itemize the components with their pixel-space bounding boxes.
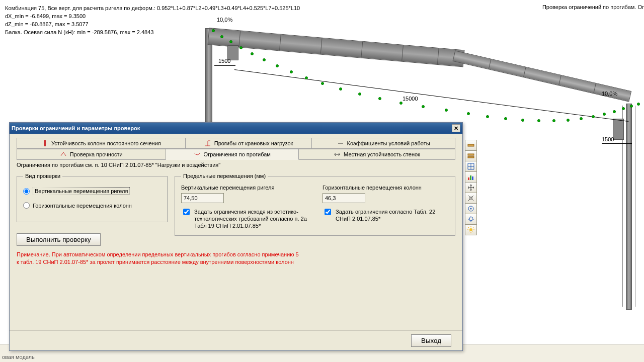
radio-vertical[interactable]: Вертикальные перемещения ригеля: [23, 187, 161, 195]
dialog-footer: Выход: [10, 330, 462, 350]
tab-crane-deflections[interactable]: Прогибы от крановых нагрузок: [185, 138, 312, 149]
close-icon[interactable]: ✕: [452, 124, 460, 132]
limit-v-label: Вертикальные перемещения ригеля: [181, 184, 307, 191]
note-red-line1: Примечание. При автоматическом определен…: [17, 251, 455, 258]
viewport-toolbar: [465, 140, 477, 235]
tab-label: Местная устойчивость стенок: [344, 151, 420, 157]
tool-move-icon[interactable]: [465, 182, 477, 193]
radio-label: Горизонтальные перемещения колонн: [33, 203, 132, 209]
svg-rect-5: [472, 176, 473, 180]
limit-h-field[interactable]: [323, 193, 365, 203]
tab-label: Коэффициенты условий работы: [347, 140, 430, 146]
group-limits-legend: Предельные перемещения (мм): [181, 173, 268, 179]
coef-icon: [337, 140, 344, 147]
tab-label: Проверка прочности: [70, 151, 123, 157]
svg-point-8: [470, 208, 472, 210]
dim-vert-right: [602, 143, 632, 144]
exit-button[interactable]: Выход: [411, 334, 451, 347]
column-icon: [41, 140, 48, 147]
checkbox-label: Задать ограничения согласно Табл. 22 СНи…: [336, 208, 449, 222]
svg-rect-2: [468, 156, 474, 158]
tab-local-stability[interactable]: Местная устойчивость стенок: [298, 149, 455, 160]
header-line-1: Комбинация 75, Все верт. для расчета риг…: [5, 4, 300, 12]
group-check-mode: Вид проверки Вертикальные перемещения ри…: [17, 173, 168, 222]
header-line-2: dX_min = -6.8499, max = 9.3500: [5, 12, 300, 20]
checkbox-h-auto[interactable]: Задать ограничения согласно Табл. 22 СНи…: [323, 208, 449, 222]
dialog-titlebar[interactable]: Проверки ограничений и параметры проверо…: [10, 123, 462, 134]
dialog-title: Проверки ограничений и параметры проверо…: [12, 125, 140, 131]
dialog-checks: Проверки ограничений и параметры проверо…: [9, 122, 463, 351]
radio-label: Вертикальные перемещения ригеля: [33, 187, 130, 195]
svg-rect-11: [44, 140, 46, 146]
svg-point-9: [469, 218, 472, 221]
tool-gear-icon[interactable]: [465, 214, 477, 225]
dim-1500-left: 1500: [218, 58, 230, 64]
header-line-4: Балка. Осевая сила N (кН): min = -289.58…: [5, 28, 300, 36]
tool-beam2-icon[interactable]: [465, 150, 477, 161]
tab-label: Ограничения по прогибам: [204, 151, 271, 157]
svg-rect-6: [470, 197, 472, 199]
group-limits: Предельные перемещения (мм) Вертикальные…: [175, 173, 455, 236]
status-text: овая модель: [2, 354, 35, 360]
tab-column-stability[interactable]: Устойчивость колонн постоянного сечения: [17, 138, 186, 149]
dim-vert-left: [214, 65, 235, 66]
column-right-flange: [622, 106, 635, 307]
header-right: Проверка ограничений по прогибам. Ог: [542, 4, 644, 10]
tool-sun-icon[interactable]: [465, 224, 477, 235]
checkbox-label: Задать ограничения исходя из эстетико-те…: [194, 208, 307, 229]
reference-note: Ограничения по прогибам см. п. 10 СНиП 2…: [17, 162, 455, 168]
header-info: Комбинация 75, Все верт. для расчета риг…: [5, 4, 300, 36]
run-check-button[interactable]: Выполнить проверку: [17, 233, 101, 246]
checkbox-h-input[interactable]: [325, 209, 331, 215]
header-line-3: dZ_min = -60.8867, max = 3.5077: [5, 20, 300, 28]
note-red: Примечание. При автоматическом определен…: [17, 251, 455, 266]
deflection-icon: [194, 151, 201, 158]
plate-icon: [334, 151, 341, 158]
tool-target-icon[interactable]: [465, 203, 477, 214]
tab-work-coefficients[interactable]: Коэффициенты условий работы: [311, 138, 455, 149]
tab-label: Прогибы от крановых нагрузок: [214, 140, 293, 146]
dim-1500-right: 1500: [602, 136, 614, 142]
pct-right: 10,0%: [602, 90, 617, 97]
tool-beam-icon[interactable]: [465, 140, 477, 151]
radio-horizontal[interactable]: Горизонтальные перемещения колонн: [23, 202, 161, 209]
svg-rect-0: [468, 144, 474, 146]
radio-vertical-input[interactable]: [23, 188, 30, 195]
checkbox-v-auto[interactable]: Задать ограничения исходя из эстетико-те…: [181, 208, 307, 229]
radio-horizontal-input[interactable]: [23, 202, 30, 209]
bracket-right: [613, 119, 624, 140]
tool-expand-icon[interactable]: [465, 193, 477, 204]
tab-label: Устойчивость колонн постоянного сечения: [51, 140, 161, 146]
dim-span: 15000: [403, 96, 418, 102]
tool-chart-icon[interactable]: [465, 171, 477, 183]
svg-rect-4: [470, 175, 471, 180]
crane-icon: [204, 140, 211, 147]
dialog-tabs: Устойчивость колонн постоянного сечения …: [10, 134, 462, 160]
svg-rect-1: [468, 154, 474, 155]
strength-icon: [60, 151, 67, 158]
limit-h-label: Горизонтальные перемещения колонн: [323, 184, 449, 191]
svg-point-10: [469, 228, 472, 231]
tool-grid-icon[interactable]: [465, 161, 477, 172]
note-red-line2: к табл. 19 СНиП 2.01.07-85* за пролет пр…: [17, 258, 455, 266]
tab-strength-check[interactable]: Проверка прочности: [17, 149, 166, 160]
checkbox-v-input[interactable]: [183, 209, 190, 215]
limit-v-field[interactable]: [181, 193, 224, 203]
tab-deflection-limits[interactable]: Ограничения по прогибам: [166, 149, 299, 160]
group-check-mode-legend: Вид проверки: [23, 173, 62, 179]
svg-rect-3: [468, 177, 469, 180]
